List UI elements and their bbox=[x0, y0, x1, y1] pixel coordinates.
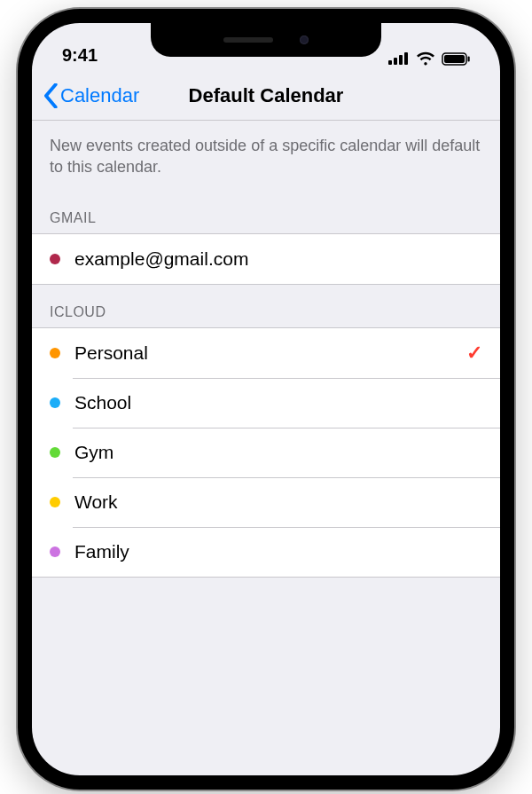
svg-rect-3 bbox=[404, 52, 408, 65]
status-time: 9:41 bbox=[62, 45, 98, 66]
wifi-icon bbox=[416, 51, 435, 66]
calendar-row-personal[interactable]: Personal ✓ bbox=[32, 328, 500, 378]
phone-frame: 9:41 Calendar Default Calendar New event… bbox=[18, 9, 514, 790]
svg-rect-5 bbox=[444, 55, 465, 63]
svg-rect-0 bbox=[388, 60, 392, 65]
color-dot-icon bbox=[50, 254, 60, 264]
screen: 9:41 Calendar Default Calendar New event… bbox=[32, 23, 500, 775]
back-button-label: Calendar bbox=[60, 84, 139, 107]
color-dot-icon bbox=[50, 447, 60, 458]
calendar-row-school[interactable]: School bbox=[32, 378, 500, 428]
back-button[interactable]: Calendar bbox=[43, 83, 139, 108]
notch bbox=[151, 23, 381, 57]
calendar-name-label: example@gmail.com bbox=[74, 248, 248, 270]
calendar-row-work[interactable]: Work bbox=[32, 477, 500, 527]
calendar-name-label: School bbox=[74, 392, 131, 413]
nav-bar: Calendar Default Calendar bbox=[32, 71, 500, 121]
chevron-left-icon bbox=[43, 83, 59, 108]
color-dot-icon bbox=[50, 348, 60, 358]
section-header-gmail: GMAIL bbox=[32, 191, 500, 233]
volume-up-button bbox=[18, 204, 20, 257]
status-indicators bbox=[388, 51, 470, 66]
description-text: New events created outside of a specific… bbox=[32, 130, 500, 191]
checkmark-icon: ✓ bbox=[466, 342, 482, 365]
cell-group-gmail: example@gmail.com bbox=[32, 233, 500, 285]
content-area: New events created outside of a specific… bbox=[32, 121, 500, 578]
calendar-name-label: Family bbox=[74, 541, 129, 562]
page-title: Default Calendar bbox=[189, 84, 344, 107]
calendar-row-gmail-0[interactable]: example@gmail.com bbox=[32, 234, 500, 284]
cellular-icon bbox=[388, 52, 410, 65]
front-camera bbox=[300, 35, 309, 44]
color-dot-icon bbox=[50, 397, 60, 408]
svg-rect-6 bbox=[468, 56, 470, 61]
power-button bbox=[512, 222, 514, 302]
svg-rect-2 bbox=[399, 55, 403, 65]
volume-down-button bbox=[18, 275, 20, 328]
calendar-name-label: Personal bbox=[74, 342, 148, 364]
calendar-row-family[interactable]: Family bbox=[32, 527, 500, 577]
calendar-name-label: Work bbox=[74, 491, 118, 513]
speaker-grille bbox=[223, 37, 273, 43]
cell-group-icloud: Personal ✓ School Gym Work Family bbox=[32, 327, 500, 578]
color-dot-icon bbox=[50, 546, 60, 557]
calendar-name-label: Gym bbox=[74, 442, 113, 463]
color-dot-icon bbox=[50, 497, 60, 507]
svg-rect-1 bbox=[394, 58, 397, 65]
mute-switch bbox=[18, 151, 20, 183]
section-header-icloud: ICLOUD bbox=[32, 285, 500, 327]
calendar-row-gym[interactable]: Gym bbox=[32, 428, 500, 477]
battery-icon bbox=[442, 52, 470, 66]
